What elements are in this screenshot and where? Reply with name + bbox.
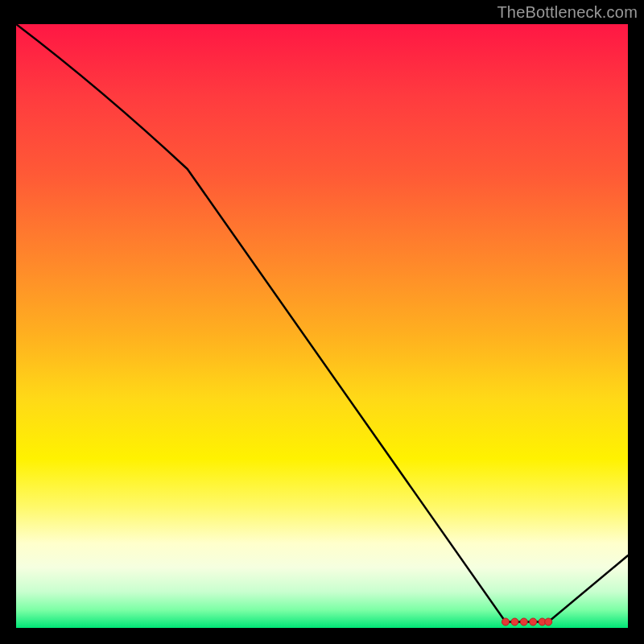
marker-dot <box>511 618 518 625</box>
plot-overlay <box>16 24 628 628</box>
chart-root: TheBottleneck.com <box>0 0 644 644</box>
marker-dot <box>520 618 527 625</box>
marker-dot <box>530 618 537 625</box>
curve-line <box>16 24 628 622</box>
attribution-label: TheBottleneck.com <box>497 3 638 22</box>
marker-dot <box>502 618 510 625</box>
marker-dot <box>545 618 552 625</box>
flat-region-markers <box>502 618 552 625</box>
